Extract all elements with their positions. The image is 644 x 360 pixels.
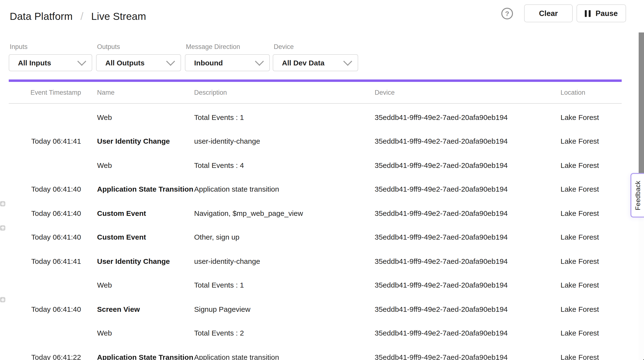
- cell-description: Total Events : 1: [194, 113, 370, 121]
- cell-description: user-identity-change: [194, 137, 370, 145]
- expand-plus-icon[interactable]: [0, 201, 5, 206]
- accent-divider-bar: [9, 79, 622, 82]
- cell-name: Application State Transition: [97, 353, 189, 360]
- scrollbar-thumb[interactable]: [639, 32, 644, 173]
- cell-name: User Identity Change: [97, 257, 189, 265]
- cell-location: Lake Forest: [560, 257, 628, 265]
- cell-event-timestamp: Today 06:41:41: [29, 257, 81, 265]
- column-header-name: Name: [97, 89, 114, 96]
- table-row[interactable]: Web Total Events : 1 35eddb41-9ff9-49e2-…: [0, 105, 644, 129]
- inputs-filter-label: Inputs: [10, 43, 28, 50]
- cell-name: User Identity Change: [97, 137, 189, 145]
- breadcrumb-data-platform[interactable]: Data Platform: [10, 10, 72, 22]
- cell-location: Lake Forest: [560, 305, 628, 313]
- cell-event-timestamp: Today 06:41:22: [29, 353, 81, 360]
- message-direction-filter-label: Message Direction: [186, 43, 240, 50]
- cell-name: Web: [97, 113, 189, 121]
- clear-button[interactable]: Clear: [524, 4, 573, 22]
- table-row[interactable]: Web Total Events : 4 35eddb41-9ff9-49e2-…: [0, 153, 644, 177]
- cell-description: Signup Pageview: [194, 305, 370, 313]
- cell-name: Web: [97, 281, 189, 289]
- pause-icon: [585, 10, 590, 17]
- device-filter-label: Device: [274, 43, 294, 50]
- cell-description: Navigation, $mp_web_page_view: [194, 209, 370, 217]
- cell-location: Lake Forest: [560, 233, 628, 241]
- inputs-select-value: All Inputs: [18, 59, 51, 67]
- message-direction-select-value: Inbound: [194, 59, 223, 67]
- device-select[interactable]: All Dev Data: [273, 54, 358, 71]
- table-row[interactable]: Today 06:41:41 User Identity Change user…: [0, 249, 644, 273]
- cell-device: 35eddb41-9ff9-49e2-7aed-20afa90eb194: [375, 185, 557, 193]
- expand-plus-icon[interactable]: [0, 297, 5, 302]
- filter-bar: Inputs All Inputs Outputs All Outputs Me…: [0, 32, 644, 79]
- column-header-description: Description: [194, 89, 227, 96]
- feedback-tab-label: Feedback: [634, 180, 642, 210]
- cell-device: 35eddb41-9ff9-49e2-7aed-20afa90eb194: [375, 161, 557, 169]
- cell-name: Web: [97, 329, 189, 337]
- chevron-down-icon: [343, 57, 352, 66]
- cell-event-timestamp: Today 06:41:40: [29, 185, 81, 193]
- table-row[interactable]: Today 06:41:40 Custom Event Navigation, …: [0, 201, 644, 225]
- inputs-select[interactable]: All Inputs: [9, 54, 92, 71]
- table-row[interactable]: Today 06:41:22 Application State Transit…: [0, 345, 644, 360]
- chevron-down-icon: [255, 57, 264, 66]
- outputs-select[interactable]: All Outputs: [96, 54, 181, 71]
- question-mark-icon: ?: [505, 10, 509, 17]
- cell-location: Lake Forest: [560, 185, 628, 193]
- cell-device: 35eddb41-9ff9-49e2-7aed-20afa90eb194: [375, 353, 557, 360]
- cell-location: Lake Forest: [560, 161, 628, 169]
- cell-event-timestamp: Today 06:41:41: [29, 137, 81, 145]
- pause-button[interactable]: Pause: [576, 4, 626, 22]
- page-title: Live Stream: [91, 10, 146, 22]
- cell-event-timestamp: Today 06:41:40: [29, 305, 81, 313]
- cell-device: 35eddb41-9ff9-49e2-7aed-20afa90eb194: [375, 209, 557, 217]
- cell-description: Total Events : 4: [194, 161, 370, 169]
- table-row[interactable]: Today 06:41:41 User Identity Change user…: [0, 129, 644, 153]
- cell-name: Web: [97, 161, 189, 169]
- table-row[interactable]: Web Total Events : 2 35eddb41-9ff9-49e2-…: [0, 321, 644, 345]
- table-row[interactable]: Today 06:41:40 Custom Event Other, sign …: [0, 225, 644, 249]
- live-stream-page: Data Platform / Live Stream ? Clear Paus…: [0, 0, 644, 360]
- cell-location: Lake Forest: [560, 353, 628, 360]
- table-row[interactable]: Today 06:41:40 Screen View Signup Pagevi…: [0, 297, 644, 321]
- filter-inputs: Inputs All Inputs: [9, 32, 92, 79]
- cell-name: Application State Transition: [97, 185, 189, 193]
- cell-device: 35eddb41-9ff9-49e2-7aed-20afa90eb194: [375, 233, 557, 241]
- message-direction-select[interactable]: Inbound: [185, 54, 270, 71]
- help-button[interactable]: ?: [501, 8, 513, 19]
- cell-description: Application state transition: [194, 353, 370, 360]
- breadcrumb: Data Platform / Live Stream: [10, 0, 146, 32]
- cell-name: Custom Event: [97, 209, 189, 217]
- cell-description: Other, sign up: [194, 233, 370, 241]
- cell-device: 35eddb41-9ff9-49e2-7aed-20afa90eb194: [375, 113, 557, 121]
- cell-location: Lake Forest: [560, 209, 628, 217]
- chevron-down-icon: [78, 57, 86, 66]
- clear-button-label: Clear: [539, 9, 558, 18]
- column-header-device: Device: [375, 89, 395, 96]
- cell-description: user-identity-change: [194, 257, 370, 265]
- outputs-filter-label: Outputs: [97, 43, 120, 50]
- cell-name: Custom Event: [97, 233, 189, 241]
- cell-location: Lake Forest: [560, 329, 628, 337]
- expand-plus-icon[interactable]: [0, 225, 5, 230]
- chevron-down-icon: [166, 57, 175, 66]
- cell-device: 35eddb41-9ff9-49e2-7aed-20afa90eb194: [375, 137, 557, 145]
- cell-description: Total Events : 2: [194, 329, 370, 337]
- filter-device: Device All Dev Data: [273, 32, 358, 79]
- feedback-tab[interactable]: Feedback: [630, 173, 644, 217]
- table-row[interactable]: Today 06:41:40 Application State Transit…: [0, 177, 644, 201]
- cell-location: Lake Forest: [560, 113, 628, 121]
- outputs-select-value: All Outputs: [105, 59, 144, 67]
- table-header-divider: [9, 103, 622, 104]
- event-table-body: Web Total Events : 1 35eddb41-9ff9-49e2-…: [0, 105, 644, 360]
- cell-device: 35eddb41-9ff9-49e2-7aed-20afa90eb194: [375, 305, 557, 313]
- cell-device: 35eddb41-9ff9-49e2-7aed-20afa90eb194: [375, 329, 557, 337]
- filter-message-direction: Message Direction Inbound: [185, 32, 270, 79]
- table-row[interactable]: Web Total Events : 1 35eddb41-9ff9-49e2-…: [0, 273, 644, 297]
- cell-event-timestamp: Today 06:41:40: [29, 233, 81, 241]
- cell-event-timestamp: Today 06:41:40: [29, 209, 81, 217]
- pause-button-label: Pause: [596, 9, 618, 18]
- table-header: Event Timestamp Name Description Device …: [0, 82, 644, 103]
- column-header-location: Location: [560, 89, 585, 96]
- cell-description: Total Events : 1: [194, 281, 370, 289]
